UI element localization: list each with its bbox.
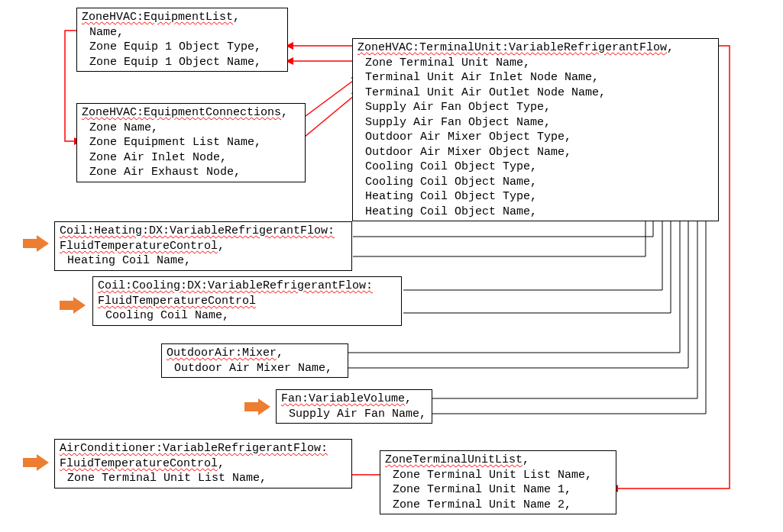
box-terminal-unit: ZoneHVAC:TerminalUnit:VariableRefrigeran…	[352, 38, 719, 221]
orange-arrow-icon	[23, 235, 49, 252]
svg-marker-6	[60, 297, 86, 314]
box-fan: Fan:VariableVolume, Supply Air Fan Name,	[276, 389, 432, 424]
svg-marker-7	[244, 398, 270, 415]
box-cooling-coil: Coil:Cooling:DX:VariableRefrigerantFlow:…	[92, 276, 402, 326]
box-heating-coil: Coil:Heating:DX:VariableRefrigerantFlow:…	[54, 221, 352, 271]
box-zone-terminal-unit-list: ZoneTerminalUnitList, Zone Terminal Unit…	[380, 450, 616, 514]
orange-arrow-icon	[23, 454, 49, 471]
title: ZoneHVAC:EquipmentList	[82, 11, 233, 24]
svg-marker-8	[23, 454, 49, 471]
box-airconditioner-vrf: AirConditioner:VariableRefrigerantFlow: …	[54, 439, 352, 488]
box-equipment-connections: ZoneHVAC:EquipmentConnections, Zone Name…	[76, 103, 306, 182]
orange-arrow-icon	[244, 398, 270, 415]
title: ZoneHVAC:TerminalUnit:VariableRefrigeran…	[358, 41, 667, 54]
orange-arrow-icon	[60, 297, 86, 314]
box-equipment-list: ZoneHVAC:EquipmentList, Name, Zone Equip…	[76, 8, 288, 72]
svg-marker-5	[23, 235, 49, 252]
title: ZoneHVAC:EquipmentConnections	[82, 106, 281, 119]
box-outdoor-air-mixer: OutdoorAir:Mixer, Outdoor Air Mixer Name…	[161, 343, 348, 378]
